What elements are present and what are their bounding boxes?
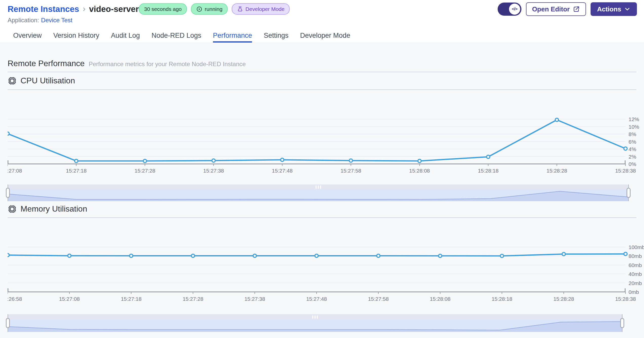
application-link[interactable]: Device Test [41, 17, 72, 24]
memory-brush-grip[interactable] [8, 314, 622, 320]
page-subtitle: Performance metrics for your Remote Node… [89, 61, 246, 68]
cpu-chip-icon [8, 76, 17, 85]
svg-text:15:27:38: 15:27:38 [203, 168, 224, 174]
tab-version-history[interactable]: Version History [53, 28, 100, 43]
memory-chip-icon [8, 204, 17, 214]
svg-text:15:28:28: 15:28:28 [553, 296, 574, 302]
breadcrumb: Remote Instances › video-server [8, 4, 139, 14]
actions-button[interactable]: Actions [591, 2, 637, 16]
remote-performance-header: Remote Performance Performance metrics f… [8, 59, 246, 68]
header-actions: </> Open Editor Actions [498, 2, 637, 16]
svg-text:15:27:18: 15:27:18 [121, 296, 142, 302]
cpu-brush-pane[interactable] [8, 190, 629, 201]
cpu-chart: 0%2%4%6%8%10%12%15:27:0815:27:1815:27:28… [8, 109, 644, 177]
svg-text:12%: 12% [629, 116, 639, 122]
divider [8, 72, 636, 72]
memory-brush-pane[interactable] [8, 320, 622, 332]
cpu-section-title: CPU Utilisation [21, 76, 75, 85]
instance-name: video-server [89, 4, 139, 14]
tab-node-red-logs[interactable]: Node-RED Logs [151, 28, 201, 43]
code-icon: </> [509, 4, 520, 15]
svg-text:15:28:38: 15:28:38 [615, 296, 636, 302]
application-row: Application:Device Test [8, 17, 72, 24]
svg-text:100mb: 100mb [629, 244, 644, 250]
tab-overview[interactable]: Overview [13, 28, 42, 43]
svg-text:15:26:58: 15:26:58 [8, 296, 22, 302]
svg-text:15:28:28: 15:28:28 [547, 168, 567, 174]
svg-text:6%: 6% [629, 139, 636, 145]
svg-text:8%: 8% [629, 131, 636, 137]
svg-text:15:27:18: 15:27:18 [66, 168, 87, 174]
memory-brush[interactable] [8, 314, 622, 332]
tab-audit-log[interactable]: Audit Log [111, 28, 140, 43]
memory-brush-right-handle[interactable] [620, 318, 624, 328]
chevron-right-icon: › [83, 4, 85, 13]
actions-label: Actions [597, 5, 621, 13]
svg-text:60mb: 60mb [629, 262, 642, 268]
svg-text:15:27:58: 15:27:58 [368, 296, 389, 302]
svg-text:15:27:28: 15:27:28 [134, 168, 155, 174]
svg-text:10%: 10% [629, 124, 639, 130]
application-label: Application: [8, 17, 39, 24]
page-title: Remote Performance [8, 59, 85, 68]
tab-settings[interactable]: Settings [264, 28, 288, 43]
cpu-brush[interactable] [8, 184, 629, 201]
cpu-brush-right-handle[interactable] [627, 188, 631, 198]
memory-section-title: Memory Utilisation [21, 204, 87, 214]
cpu-brush-left-handle[interactable] [6, 188, 10, 198]
svg-text:15:28:08: 15:28:08 [430, 296, 451, 302]
external-link-icon [573, 6, 580, 13]
last-seen-badge: 30 seconds ago [139, 3, 187, 15]
svg-text:0%: 0% [629, 161, 636, 167]
svg-text:15:27:08: 15:27:08 [8, 168, 22, 174]
svg-text:15:28:18: 15:28:18 [492, 296, 512, 302]
divider [8, 217, 636, 218]
memory-section-header: Memory Utilisation [8, 204, 87, 214]
svg-text:80mb: 80mb [629, 253, 642, 259]
tab-performance[interactable]: Performance [213, 28, 252, 43]
running-status-badge: running [191, 3, 228, 15]
last-seen-label: 30 seconds ago [144, 6, 182, 12]
beaker-icon [237, 6, 243, 12]
chevron-down-icon [624, 6, 630, 12]
svg-text:15:28:38: 15:28:38 [615, 168, 636, 174]
tab-bar: Overview Version History Audit Log Node-… [13, 28, 350, 43]
open-editor-label: Open Editor [532, 5, 570, 13]
developer-mode-badge: Developer Mode [232, 3, 290, 15]
svg-text:15:28:08: 15:28:08 [409, 168, 430, 174]
svg-text:2%: 2% [629, 154, 636, 160]
svg-text:15:27:38: 15:27:38 [244, 296, 265, 302]
svg-text:40mb: 40mb [629, 271, 642, 277]
svg-text:15:27:48: 15:27:48 [272, 168, 293, 174]
svg-text:15:28:18: 15:28:18 [478, 168, 499, 174]
svg-text:15:27:08: 15:27:08 [59, 296, 80, 302]
svg-text:15:27:58: 15:27:58 [341, 168, 361, 174]
svg-text:4%: 4% [629, 146, 636, 152]
breadcrumb-remote-instances-link[interactable]: Remote Instances [8, 4, 79, 14]
developer-mode-label: Developer Mode [245, 6, 284, 12]
svg-text:20mb: 20mb [629, 280, 642, 286]
page-header: Remote Instances › video-server 30 secon… [0, 0, 644, 43]
play-circle-icon [196, 6, 202, 12]
cpu-section-header: CPU Utilisation [8, 76, 75, 85]
status-badges: 30 seconds ago running Developer Mode [139, 3, 290, 15]
tab-developer-mode[interactable]: Developer Mode [300, 28, 350, 43]
divider [8, 89, 636, 90]
running-status-label: running [205, 6, 222, 12]
cpu-brush-grip[interactable] [8, 184, 629, 190]
svg-text:15:27:48: 15:27:48 [306, 296, 327, 302]
svg-text:0mb: 0mb [629, 289, 639, 295]
memory-brush-left-handle[interactable] [6, 318, 10, 328]
open-editor-button[interactable]: Open Editor [526, 2, 586, 16]
memory-chart: 0mb20mb40mb60mb80mb100mb15:26:5815:27:08… [8, 238, 644, 307]
svg-text:15:27:28: 15:27:28 [183, 296, 203, 302]
developer-mode-toggle[interactable]: </> [498, 3, 521, 16]
